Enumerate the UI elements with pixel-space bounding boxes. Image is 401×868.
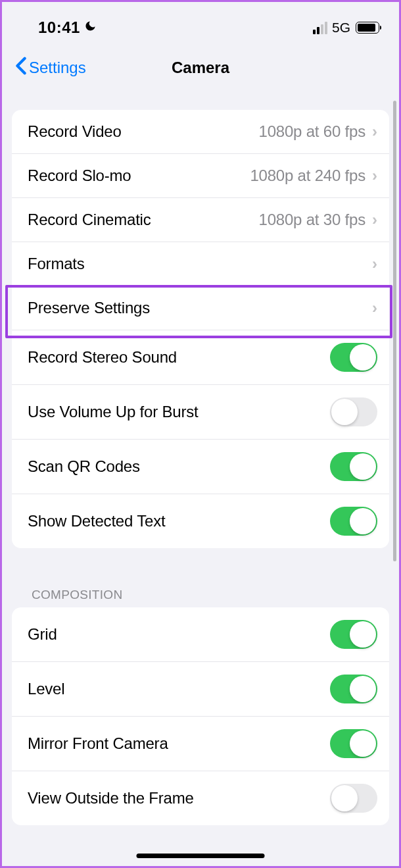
record-cinematic-row[interactable]: Record Cinematic 1080p at 30 fps › (12, 198, 389, 242)
nav-header: Settings Camera (2, 42, 399, 91)
chevron-right-icon: › (372, 122, 377, 141)
back-button[interactable]: Settings (15, 57, 86, 78)
main-section: Record Video 1080p at 60 fps › Record Sl… (12, 110, 389, 548)
battery-icon (356, 22, 379, 34)
status-left: 10:41 (38, 18, 97, 37)
mirror-front-row: Mirror Front Camera (12, 717, 389, 771)
scroll-indicator[interactable] (393, 101, 396, 561)
status-right: 5G (313, 20, 379, 36)
view-outside-toggle[interactable] (330, 784, 377, 813)
chevron-right-icon: › (372, 255, 377, 273)
record-video-row[interactable]: Record Video 1080p at 60 fps › (12, 110, 389, 154)
chevron-right-icon: › (372, 299, 377, 317)
scan-qr-toggle[interactable] (330, 452, 377, 481)
record-slomo-row[interactable]: Record Slo-mo 1080p at 240 fps › (12, 154, 389, 198)
chevron-right-icon: › (372, 211, 377, 229)
composition-section: Grid Level Mirror Front Camera View Outs… (12, 607, 389, 825)
row-label: Scan QR Codes (28, 457, 140, 476)
composition-header: COMPOSITION (12, 581, 389, 607)
volume-burst-row: Use Volume Up for Burst (12, 385, 389, 440)
formats-row[interactable]: Formats › (12, 242, 389, 286)
chevron-left-icon (15, 57, 27, 78)
mirror-front-toggle[interactable] (330, 729, 377, 758)
row-label: Mirror Front Camera (28, 734, 168, 753)
status-bar: 10:41 5G (2, 2, 399, 42)
grid-toggle[interactable] (330, 620, 377, 649)
row-label: Use Volume Up for Burst (28, 403, 199, 421)
moon-icon (84, 20, 97, 36)
row-label: Show Detected Text (28, 512, 165, 530)
row-value: 1080p at 60 fps (259, 122, 366, 141)
preserve-settings-row[interactable]: Preserve Settings › (12, 286, 389, 330)
record-stereo-row: Record Stereo Sound (12, 330, 389, 385)
level-row: Level (12, 662, 389, 717)
detected-text-row: Show Detected Text (12, 494, 389, 548)
signal-icon (313, 22, 327, 34)
row-label: Grid (28, 625, 57, 644)
network-label: 5G (332, 20, 350, 36)
row-label: Record Stereo Sound (28, 348, 177, 367)
record-stereo-toggle[interactable] (330, 343, 377, 372)
page-title: Camera (172, 59, 229, 77)
scan-qr-row: Scan QR Codes (12, 440, 389, 494)
level-toggle[interactable] (330, 675, 377, 703)
detected-text-toggle[interactable] (330, 507, 377, 536)
row-label: Record Video (28, 122, 122, 141)
view-outside-row: View Outside the Frame (12, 771, 389, 825)
back-label: Settings (29, 59, 86, 77)
volume-burst-toggle[interactable] (330, 397, 377, 426)
row-label: Record Slo-mo (28, 166, 131, 185)
row-label: Level (28, 680, 64, 698)
row-value: 1080p at 240 fps (250, 166, 366, 185)
row-label: Record Cinematic (28, 211, 151, 229)
chevron-right-icon: › (372, 166, 377, 185)
row-value: 1080p at 30 fps (259, 211, 366, 229)
row-label: Formats (28, 255, 85, 273)
grid-row: Grid (12, 607, 389, 662)
status-time: 10:41 (38, 18, 80, 37)
row-label: Preserve Settings (28, 299, 150, 317)
row-label: View Outside the Frame (28, 789, 194, 807)
home-indicator[interactable] (137, 854, 265, 858)
